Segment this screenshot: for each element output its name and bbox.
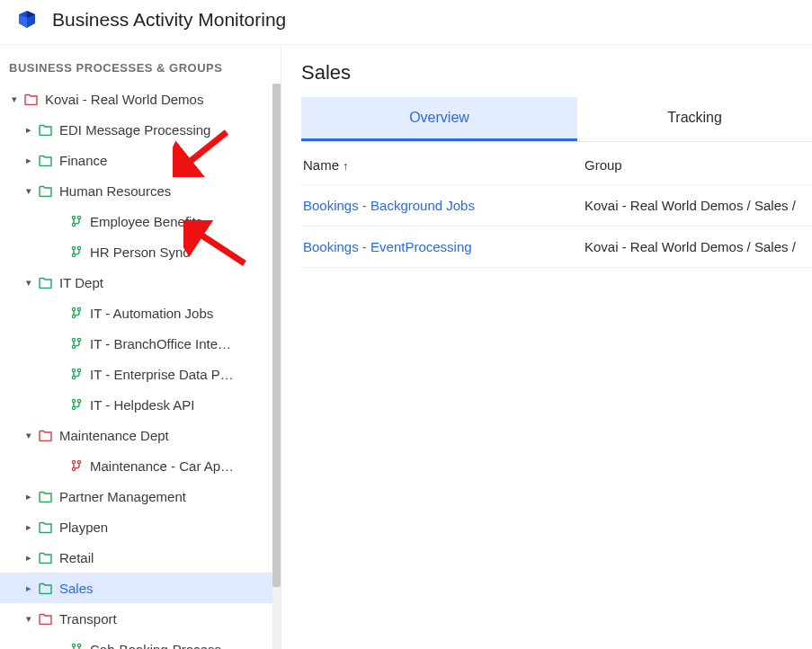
process-group: Kovai - Real World Demos / Sales / [584,239,812,254]
process-icon [68,337,85,350]
tree-node[interactable]: ▾Maintenance Dept [0,420,281,450]
tree-node-label: Employee Benefits [90,214,202,229]
svg-point-7 [77,307,80,310]
folder-icon [38,154,54,166]
svg-point-18 [72,460,75,463]
tree-node[interactable]: IT - Enterprise Data P… [0,359,281,389]
chevron-right-icon[interactable]: ▸ [23,124,34,136]
top-bar: Business Activity Monitoring [0,0,812,45]
svg-point-20 [72,467,75,470]
tree-node-label: Partner Management [59,489,186,504]
chevron-down-icon[interactable]: ▾ [23,430,34,441]
tree-node-label: Maintenance Dept [59,428,169,443]
folder-icon [38,551,54,564]
chevron-right-icon[interactable]: ▸ [23,521,34,533]
tree-node-label: Playpen [59,520,108,535]
folder-icon [38,490,54,502]
svg-point-13 [77,369,80,371]
sort-asc-icon: ↑ [343,159,349,173]
tree-node[interactable]: ▾IT Dept [0,267,281,298]
tree-node[interactable]: HR Person Sync [0,236,281,267]
table-row: Bookings - Background JobsKovai - Real W… [301,185,812,227]
chevron-right-icon[interactable]: ▸ [23,155,34,166]
svg-point-12 [72,369,75,371]
svg-point-11 [72,345,75,348]
process-icon [68,215,85,227]
column-header-group[interactable]: Group [584,157,812,173]
chevron-right-icon[interactable]: ▸ [23,582,34,594]
svg-point-5 [72,253,75,256]
tree-node[interactable]: ▸Playpen [0,511,281,542]
tree-node[interactable]: ▾Human Resources [0,175,281,206]
svg-point-15 [72,399,75,402]
tree-node[interactable]: IT - Helpdesk API [0,389,281,420]
folder-icon [38,184,54,197]
chevron-down-icon[interactable]: ▾ [23,613,34,625]
tab-tracking[interactable]: Tracking [577,97,812,141]
process-link[interactable]: Bookings - Background Jobs [301,198,584,213]
svg-point-17 [72,406,75,409]
folder-icon [38,520,54,533]
main-panel: Sales OverviewTracking Name↑ Group Booki… [281,45,812,649]
app-logo-icon [16,9,38,31]
tree-node-label: Kovai - Real World Demos [45,92,203,107]
tree-node-label: IT - Automation Jobs [90,306,213,321]
svg-point-2 [72,223,75,226]
svg-point-14 [72,376,75,378]
tree-node[interactable]: ▾Transport [0,603,281,634]
column-header-name[interactable]: Name↑ [301,157,584,173]
chevron-right-icon[interactable]: ▸ [23,552,34,564]
table-row: Bookings - EventProcessingKovai - Real W… [301,227,812,268]
table-header: Name↑ Group [301,146,812,185]
svg-point-10 [77,338,80,341]
tree-node-label: HR Person Sync [90,244,190,260]
tree-node[interactable]: Cab-Booking-Process [0,634,281,649]
svg-point-8 [72,315,75,317]
tree-node[interactable]: ▸Partner Management [0,481,281,511]
folder-icon [38,276,54,289]
tree-node-label: Human Resources [59,183,171,199]
tree-node[interactable]: IT - Automation Jobs [0,298,281,328]
tree-node[interactable]: Employee Benefits [0,206,281,236]
svg-point-22 [77,644,80,646]
process-icon [68,307,85,319]
tree-node-label: EDI Message Processing [59,122,210,138]
svg-point-21 [72,644,75,646]
folder-icon [38,123,54,136]
chevron-down-icon[interactable]: ▾ [23,185,34,197]
svg-point-4 [77,246,80,249]
tab-overview[interactable]: Overview [301,97,577,141]
tree-node-label: IT - Helpdesk API [90,397,194,413]
tree-node[interactable]: ▸Retail [0,542,281,573]
main-title: Sales [301,61,812,84]
folder-icon [38,582,54,594]
tree-node[interactable]: ▸EDI Message Processing [0,114,281,145]
chevron-down-icon[interactable]: ▾ [9,93,20,105]
tree-node-label: Cab-Booking-Process [90,642,221,650]
tree-node[interactable]: ▸Sales [0,573,281,603]
tree-node[interactable]: ▸Finance [0,145,281,175]
tree-node-label: IT Dept [59,275,103,290]
chevron-down-icon[interactable]: ▾ [23,277,34,289]
page-title: Business Activity Monitoring [52,9,286,31]
folder-icon [23,93,40,105]
process-group: Kovai - Real World Demos / Sales / [584,198,812,213]
svg-point-0 [72,216,75,218]
svg-point-9 [72,338,75,341]
tree-node[interactable]: ▾Kovai - Real World Demos [0,84,281,114]
process-icon [68,368,85,380]
tree-node[interactable]: IT - BranchOffice Inte… [0,328,281,359]
tree-node-label: IT - BranchOffice Inte… [90,336,231,351]
chevron-right-icon[interactable]: ▸ [23,491,34,502]
process-link[interactable]: Bookings - EventProcessing [301,239,584,254]
tree-node-label: Transport [59,611,117,627]
process-icon [68,459,85,472]
tree-node[interactable]: Maintenance - Car Ap… [0,450,281,481]
svg-point-16 [77,399,80,402]
folder-icon [38,612,54,625]
tree-node-label: Finance [59,153,107,168]
process-table: Name↑ Group Bookings - Background JobsKo… [301,146,812,268]
sidebar-scrollbar[interactable] [272,84,281,649]
svg-point-1 [77,216,80,218]
folder-icon [38,429,54,441]
